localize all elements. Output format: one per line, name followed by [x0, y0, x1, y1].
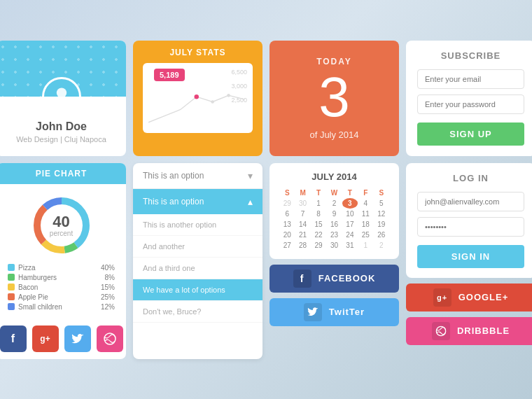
google-plus-wide-button[interactable]: g+ GOOGLE+: [406, 284, 532, 312]
sign-in-button[interactable]: SIGN IN: [417, 245, 524, 268]
dribbble-wide-label: DRIBBBLE: [457, 326, 510, 336]
legend-item-pizza: Pizza 40%: [8, 264, 115, 272]
piechart-body: 40 percent Pizza 40% Hamburgers: [0, 184, 126, 359]
twitter-wide-button[interactable]: TwitTer: [270, 298, 399, 326]
facebook-icon-button[interactable]: f: [0, 326, 27, 352]
cal-day: 13: [279, 219, 295, 230]
twitter-wide-icon: [304, 303, 322, 321]
login-title: LOG IN: [417, 173, 524, 183]
profile-subtitle: Web Design | Cluj Napoca: [16, 135, 106, 144]
stats-chart-area: 5,189 6,500 3,000 2,500: [143, 63, 253, 133]
cal-day: 23: [326, 230, 342, 240]
cal-day: 10: [342, 209, 358, 219]
dropdown-card: This is an option This is an option This…: [133, 163, 262, 359]
donut-number: 40: [50, 214, 73, 229]
cal-day: 24: [342, 230, 358, 240]
profile-avatar-wrap: [42, 77, 81, 97]
cal-day: 1: [311, 198, 326, 209]
google-plus-icon-button[interactable]: g+: [32, 326, 59, 352]
legend-label-bacon: Bacon: [18, 284, 38, 291]
sign-up-button[interactable]: SIGN UP: [417, 122, 524, 146]
legend-pct-applepie: 25%: [101, 293, 115, 301]
dribbble-icon-button[interactable]: [97, 326, 123, 352]
dropdown-option-1[interactable]: This is another option: [133, 214, 262, 236]
subscribe-password-input[interactable]: [417, 94, 524, 114]
dropdown-option-4[interactable]: We have a lot of options: [133, 279, 262, 301]
legend-label-applepie: Apple Pie: [18, 293, 48, 301]
legend-label-hamburgers: Hamburgers: [18, 274, 57, 281]
stats-label-1: 6,500: [231, 69, 247, 76]
legend-pct-bacon: 15%: [101, 284, 115, 291]
profile-header: [0, 41, 126, 97]
cal-day: 21: [295, 230, 310, 240]
cal-day: 30: [326, 240, 342, 251]
twitter-bird-icon: [71, 334, 84, 344]
legend-dot-applepie: [8, 293, 15, 300]
calendar-title: JULY 2014: [279, 172, 389, 182]
chevron-down-icon: [248, 170, 253, 181]
dropdown-option-5[interactable]: Don't we, Bruce?: [133, 301, 262, 323]
cal-day: 29: [311, 240, 326, 251]
donut-center: 40 percent: [50, 214, 73, 237]
cal-day: 27: [279, 240, 295, 251]
dropdown-closed[interactable]: This is an option: [133, 163, 262, 189]
donut-label: percent: [50, 229, 73, 237]
legend-dot-bacon: [8, 284, 15, 290]
dropdown-open-text: This is an option: [143, 197, 204, 206]
dropdown-option-2[interactable]: And another: [133, 236, 262, 258]
cal-day: 5: [374, 198, 389, 209]
subscribe-email-input[interactable]: [417, 69, 524, 89]
legend-item-applepie: Apple Pie 25%: [8, 293, 115, 301]
legend-item-hamburgers: Hamburgers 8%: [8, 274, 115, 281]
today-label: TODAY: [316, 57, 352, 66]
cal-day: 20: [279, 230, 295, 240]
cal-day: 26: [374, 230, 389, 240]
cal-day: 14: [295, 219, 310, 230]
stats-title: JULY STATS: [143, 48, 253, 57]
dribbble-ball-icon: [104, 332, 116, 345]
login-password-input[interactable]: [417, 217, 524, 237]
google-plus-wide-label: GOOGLE+: [458, 292, 509, 302]
login-card: LOG IN SIGN IN: [406, 163, 532, 278]
facebook-wide-label: FACEBOOK: [318, 273, 376, 284]
today-card: TODAY 3 of July 2014: [270, 41, 399, 156]
legend-pct-hamburgers: 8%: [105, 274, 115, 281]
svg-point-2: [195, 94, 199, 98]
dribbble-wide-ball-icon: [435, 326, 447, 337]
cal-day: 6: [279, 209, 295, 219]
cal-today: 3: [342, 198, 358, 209]
legend-pct-pizza: 40%: [101, 264, 115, 272]
cal-day: 16: [326, 219, 342, 230]
dropdown-open-header[interactable]: This is an option: [133, 189, 262, 214]
cal-day: 25: [358, 230, 373, 240]
cal-day: 11: [358, 209, 373, 219]
cal-header-mon: M: [295, 188, 310, 198]
cal-day: 7: [295, 209, 310, 219]
legend-item-smallchildren: Small children 12%: [8, 303, 115, 311]
cal-day: 15: [311, 219, 326, 230]
stats-card: JULY STATS 5,189 6,500 3,000 2,500: [133, 41, 262, 156]
piechart-card: PIE CHART 40: [0, 163, 126, 359]
profile-card: John Doe Web Design | Cluj Napoca: [0, 41, 126, 156]
cal-day: 2: [326, 198, 342, 209]
calendar-social-column: JULY 2014 S M T W T F S 29: [270, 163, 399, 359]
cal-header-sat: S: [374, 188, 389, 198]
legend-label-smallchildren: Small children: [18, 303, 62, 311]
today-sub: of July 2014: [309, 130, 358, 140]
twitter-wide-label: TwitTer: [329, 307, 365, 317]
login-email-input[interactable]: [417, 192, 524, 211]
twitter-icon-button[interactable]: [64, 326, 91, 352]
cal-header-wed: W: [326, 188, 342, 198]
cal-day: 1: [358, 240, 373, 251]
dropdown-option-3[interactable]: And a third one: [133, 258, 262, 279]
user-icon: [49, 84, 74, 97]
cal-day: 30: [295, 198, 310, 209]
facebook-wide-button[interactable]: f FACEBOOK: [270, 265, 399, 293]
dribbble-wide-button[interactable]: DRIBBBLE: [406, 317, 532, 345]
cal-day: 12: [374, 209, 389, 219]
cal-day: 4: [358, 198, 373, 209]
avatar: [42, 77, 81, 97]
legend-dot-smallchildren: [8, 303, 15, 310]
dropdown-open: This is an option This is another option…: [133, 189, 262, 323]
chart-legend: Pizza 40% Hamburgers 8% Bacon: [5, 264, 118, 313]
